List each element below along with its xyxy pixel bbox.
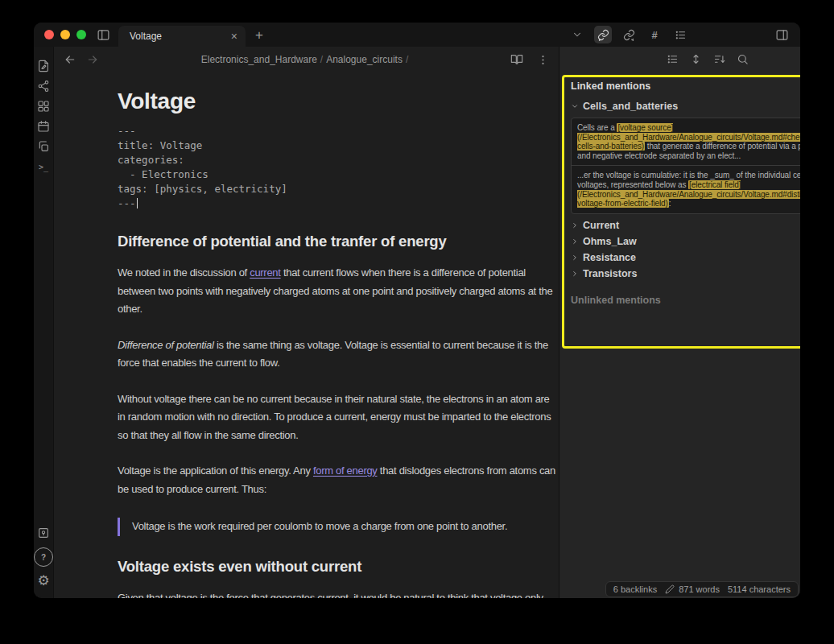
status-bar: 6 backlinks 871 words 5114 characters — [605, 581, 799, 597]
paragraph: Without voltage there can be no current … — [118, 390, 559, 445]
tags-icon[interactable]: # — [646, 26, 663, 43]
italic-text: Difference of potential — [118, 339, 214, 351]
canvas-icon[interactable] — [34, 97, 53, 116]
forward-arrow-icon[interactable] — [85, 52, 101, 68]
pencil-icon — [665, 584, 675, 594]
backlink-results: Cells are a [voltage source](/Electronic… — [571, 118, 800, 214]
section-heading: Voltage exists even without current — [118, 557, 559, 576]
frontmatter-line: - Electronics — [118, 168, 208, 180]
toggle-left-sidebar-icon[interactable] — [94, 26, 112, 43]
settings-gear-icon[interactable]: ⚙ — [34, 571, 53, 590]
chevron-right-icon — [571, 237, 579, 246]
tab-title: Voltage — [130, 31, 231, 42]
backlinks-toolbar — [559, 47, 800, 71]
left-ribbon: >_ ? ⚙ — [34, 47, 54, 598]
breadcrumb-separator: / — [317, 54, 326, 65]
more-options-icon[interactable] — [535, 52, 551, 68]
unlinked-mentions-header[interactable]: Unlinked mentions — [571, 295, 800, 306]
backlink-group-cells-and-batteries[interactable]: Cells_and_batteries 2 — [571, 101, 800, 112]
paragraph: We noted in the discussion of current th… — [118, 264, 559, 319]
backlink-match[interactable]: Cells are a [voltage source](/Electronic… — [572, 118, 800, 165]
templates-copy-icon[interactable] — [34, 137, 53, 156]
vault-switcher-icon[interactable] — [34, 523, 53, 543]
backlink-count-status[interactable]: 6 backlinks — [613, 584, 657, 594]
new-tab-button[interactable]: + — [255, 28, 263, 42]
paragraph: Given that voltage is the force that gen… — [118, 589, 559, 599]
backlink-group-current[interactable]: Current 1 — [571, 221, 800, 230]
breadcrumb-subfolder[interactable]: Analogue_circuits — [326, 54, 403, 65]
backlink-file-name: Resistance — [583, 252, 636, 263]
terminal-icon[interactable]: >_ — [34, 157, 53, 176]
internal-link-form-of-energy[interactable]: form of energy — [313, 464, 378, 477]
minimize-window-button[interactable] — [60, 30, 70, 39]
backlink-group-resistance[interactable]: Resistance 1 — [571, 254, 800, 262]
paragraph: Difference of potential is the same thin… — [118, 336, 559, 373]
match-text: Cells are a — [577, 123, 617, 132]
frontmatter-line: tags: [physics, electricity] — [118, 183, 287, 195]
chevron-right-icon — [571, 270, 579, 278]
linked-mentions-header[interactable]: Linked mentions 6 — [571, 80, 800, 92]
frontmatter-line: categories: — [118, 154, 184, 166]
backlink-file-name: Ohms_Law — [583, 236, 637, 247]
reading-mode-book-icon[interactable] — [509, 52, 525, 68]
close-window-button[interactable] — [44, 30, 54, 39]
frontmatter-line: title: Voltage — [118, 139, 202, 151]
show-more-context-icon[interactable] — [664, 51, 680, 67]
backlink-file-name: Current — [583, 220, 619, 231]
blockquote-text: Voltage is the work required per coulomb… — [132, 518, 559, 536]
backlinks-icon[interactable] — [594, 26, 612, 43]
frontmatter-line: --- — [118, 125, 136, 137]
outline-icon[interactable] — [671, 26, 689, 43]
match-text: : — [669, 199, 671, 208]
paragraph: Voltage is the application of this energ… — [118, 462, 559, 498]
internal-link-current[interactable]: current — [250, 266, 280, 279]
backlink-group-transistors[interactable]: Transistors 1 — [571, 270, 800, 279]
note-title: Voltage — [118, 89, 559, 114]
outgoing-links-icon[interactable] — [620, 26, 638, 43]
app-window: Voltage × + # — [34, 23, 800, 598]
note-editor[interactable]: Voltage --- title: Voltage categories: -… — [54, 72, 559, 598]
section-heading: Difference of potential and the tranfer … — [118, 232, 559, 251]
zoom-window-button[interactable] — [76, 30, 86, 39]
expand-collapse-icon[interactable] — [687, 51, 704, 67]
window-controls — [34, 30, 93, 39]
sort-order-icon[interactable] — [711, 51, 727, 67]
toggle-right-sidebar-icon[interactable] — [773, 26, 791, 43]
chevron-down-icon — [571, 102, 579, 110]
breadcrumb-separator: / — [403, 54, 411, 65]
breadcrumb-folder[interactable]: Electronics_and_Hardware — [201, 54, 317, 65]
paragraph-text: We noted in the discussion of — [118, 266, 250, 279]
frontmatter-block[interactable]: --- title: Voltage categories: - Electro… — [118, 124, 559, 211]
backlink-file-name: Transistors — [583, 268, 637, 279]
chevron-right-icon — [571, 221, 579, 229]
paragraph-text: Voltage is the application of this energ… — [118, 464, 313, 477]
frontmatter-line: --- — [118, 197, 136, 209]
tab-close-icon[interactable]: × — [231, 31, 237, 42]
help-icon[interactable]: ? — [34, 547, 53, 567]
word-count: 871 words — [679, 584, 720, 594]
character-count: 5114 characters — [728, 584, 791, 594]
titlebar-actions: # — [568, 26, 800, 43]
backlink-match[interactable]: ...er the voltage is cumulative: it is t… — [572, 165, 800, 213]
search-icon[interactable] — [734, 51, 750, 67]
tab-list-chevron-icon[interactable] — [568, 26, 586, 43]
chevron-right-icon — [571, 254, 579, 262]
text-cursor — [137, 198, 138, 208]
editor-pane: Electronics_and_Hardware/Analogue_circui… — [54, 47, 559, 598]
paragraph-text: Given that voltage is the force that gen… — [118, 592, 543, 599]
linked-mentions-title: Linked mentions — [571, 80, 650, 92]
backlinks-panel: Linked mentions 6 Cells_and_batteries 2 … — [559, 47, 800, 598]
graph-view-icon[interactable] — [34, 76, 53, 96]
back-arrow-icon[interactable] — [62, 52, 78, 68]
daily-note-calendar-icon[interactable] — [34, 117, 53, 136]
backlink-file-name: Cells_and_batteries — [583, 101, 678, 112]
titlebar: Voltage × + # — [34, 23, 800, 47]
breadcrumb: Electronics_and_Hardware/Analogue_circui… — [54, 54, 559, 65]
tab-voltage[interactable]: Voltage × — [118, 26, 246, 47]
blockquote: Voltage is the work required per coulomb… — [118, 518, 559, 536]
backlink-group-ohms-law[interactable]: Ohms_Law 1 — [571, 237, 800, 246]
view-header: Electronics_and_Hardware/Analogue_circui… — [54, 47, 559, 72]
new-note-icon[interactable] — [34, 56, 53, 76]
